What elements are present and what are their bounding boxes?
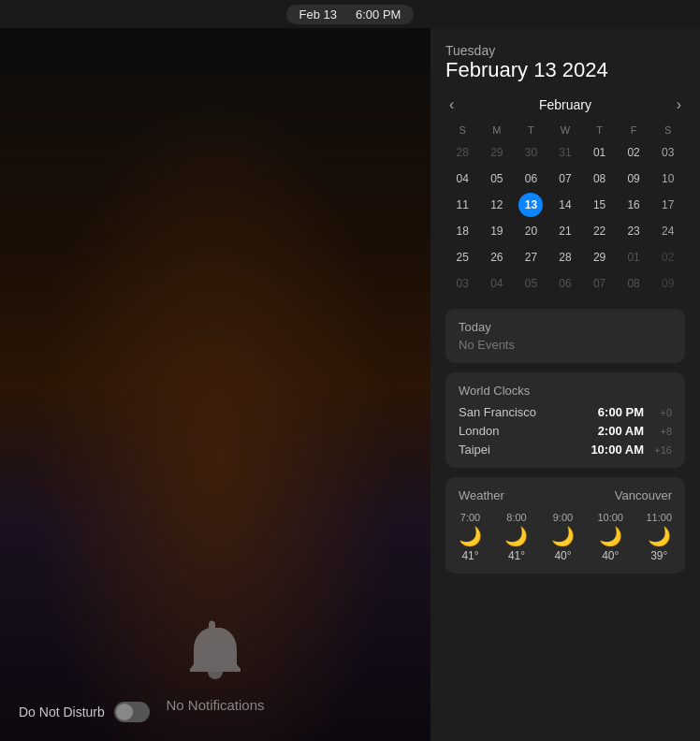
dnd-toggle[interactable]: [114, 702, 150, 722]
notification-content: No Notifications: [166, 620, 264, 713]
calendar-day-cell[interactable]: 18: [450, 219, 474, 243]
calendar-day-cell[interactable]: 08: [621, 271, 646, 296]
weather-header: Weather Vancouver: [459, 488, 672, 502]
calendar-day-cell[interactable]: 27: [518, 245, 543, 269]
calendar-day-cell[interactable]: 09: [621, 167, 646, 191]
calendar-day-cell[interactable]: 10: [656, 167, 680, 191]
calendar-day-cell[interactable]: 17: [656, 193, 680, 217]
weather-section: Weather Vancouver 7:00🌙41°8:00🌙41°9:00🌙4…: [445, 477, 685, 574]
calendar-day-cell[interactable]: 29: [588, 245, 612, 269]
calendar-day-cell[interactable]: 25: [450, 245, 474, 269]
clock-row: San Francisco6:00 PM+0: [459, 405, 672, 419]
calendar-section: ‹ February › S M T W T F S 2829303101020…: [445, 97, 685, 298]
top-bar-pill: Feb 13 6:00 PM: [286, 5, 415, 24]
clock-row: London2:00 AM+8: [459, 424, 672, 438]
day-of-week: Tuesday: [445, 43, 685, 58]
weather-temperature: 41°: [461, 549, 478, 562]
right-panel: Tuesday February 13 2024 ‹ February › S …: [430, 28, 700, 741]
cal-header-fri: F: [617, 122, 651, 138]
calendar-day-cell[interactable]: 02: [621, 140, 646, 165]
calendar-day-cell[interactable]: 14: [553, 193, 577, 217]
calendar-header: ‹ February ›: [445, 97, 685, 112]
calendar-day-cell[interactable]: 22: [588, 219, 612, 243]
calendar-day-cell[interactable]: 11: [450, 193, 474, 217]
calendar-day-cell[interactable]: 04: [450, 167, 474, 191]
cal-header-wed: W: [548, 122, 583, 138]
world-clocks-title: World Clocks: [459, 384, 672, 398]
calendar-day-cell[interactable]: 07: [588, 271, 612, 296]
weather-hour-col: 10:00🌙40°: [597, 512, 623, 562]
calendar-week-6: 03040506070809: [445, 271, 685, 296]
calendar-week-3: 11121314151617: [445, 193, 685, 217]
top-bar: Feb 13 6:00 PM: [0, 0, 700, 28]
calendar-day-cell[interactable]: 28: [450, 140, 474, 165]
clock-time: 6:00 PM: [598, 405, 644, 419]
clock-time: 10:00 AM: [591, 443, 644, 457]
calendar-prev-button[interactable]: ‹: [445, 97, 458, 112]
full-date: February 13 2024: [445, 58, 685, 82]
calendar-day-cell[interactable]: 04: [485, 271, 509, 296]
calendar-day-cell[interactable]: 03: [450, 271, 474, 296]
weather-hour-col: 7:00🌙41°: [459, 512, 482, 562]
clock-offset: +8: [649, 426, 672, 437]
calendar-day-cell[interactable]: 26: [485, 245, 509, 269]
weather-condition-icon: 🌙: [504, 527, 528, 545]
clock-city: London: [459, 424, 598, 438]
weather-hour-time: 11:00: [646, 512, 672, 523]
calendar-week-4: 18192021222324: [445, 219, 685, 243]
weather-condition-icon: 🌙: [648, 527, 671, 545]
calendar-day-cell[interactable]: 03: [656, 140, 680, 165]
calendar-day-cell[interactable]: 20: [518, 219, 543, 243]
calendar-day-cell[interactable]: 06: [553, 271, 577, 296]
calendar-week-1: 28293031010203: [445, 140, 685, 165]
clock-city: San Francisco: [459, 405, 598, 419]
weather-temperature: 40°: [554, 549, 571, 562]
calendar-day-cell[interactable]: 31: [553, 140, 577, 165]
calendar-day-cell[interactable]: 12: [485, 193, 509, 217]
calendar-day-cell[interactable]: 21: [553, 219, 577, 243]
calendar-day-cell[interactable]: 24: [656, 219, 680, 243]
calendar-day-cell[interactable]: 30: [518, 140, 543, 165]
weather-location: Vancouver: [615, 488, 672, 502]
weather-hour-col: 8:00🌙41°: [504, 512, 528, 562]
calendar-day-cell[interactable]: 08: [588, 167, 612, 191]
calendar-day-cell[interactable]: 15: [588, 193, 612, 217]
weather-temperature: 40°: [602, 549, 619, 562]
calendar-week-2: 04050607080910: [445, 167, 685, 191]
calendar-day-cell[interactable]: 05: [518, 271, 543, 296]
calendar-day-cell[interactable]: 07: [553, 167, 577, 191]
clock-row: Taipei10:00 AM+16: [459, 443, 672, 457]
calendar-weeks: 2829303101020304050607080910111213141516…: [445, 140, 685, 296]
calendar-day-cell[interactable]: 06: [518, 167, 543, 191]
no-events-label: No Events: [459, 338, 672, 352]
cal-header-sun: S: [445, 122, 480, 138]
calendar-grid: S M T W T F S 28293031010203040506070809…: [445, 122, 685, 296]
weather-temperature: 41°: [508, 549, 525, 562]
calendar-day-cell[interactable]: 28: [553, 245, 577, 269]
calendar-day-cell[interactable]: 23: [621, 219, 646, 243]
calendar-day-cell[interactable]: 01: [588, 140, 612, 165]
calendar-day-cell[interactable]: 29: [485, 140, 509, 165]
world-clocks-section: World Clocks San Francisco6:00 PM+0Londo…: [445, 372, 685, 468]
calendar-day-cell[interactable]: 09: [656, 271, 680, 296]
calendar-next-button[interactable]: ›: [673, 97, 685, 112]
calendar-day-cell[interactable]: 19: [485, 219, 509, 243]
main-layout: No Notifications Do Not Disturb Tuesday …: [0, 28, 700, 741]
calendar-day-cell[interactable]: 01: [621, 245, 646, 269]
cal-header-mon: M: [480, 122, 515, 138]
calendar-week-5: 25262728290102: [445, 245, 685, 269]
clock-city: Taipei: [459, 443, 591, 457]
weather-hour-col: 11:00🌙39°: [646, 512, 672, 562]
calendar-day-cell[interactable]: 02: [656, 245, 680, 269]
calendar-day-cell[interactable]: 16: [621, 193, 646, 217]
cal-header-thu: T: [582, 122, 617, 138]
calendar-day-cell[interactable]: 13: [518, 193, 543, 217]
no-notifications-label: No Notifications: [166, 697, 264, 713]
clock-time: 2:00 AM: [598, 424, 644, 438]
calendar-day-cell[interactable]: 05: [485, 167, 509, 191]
calendar-day-headers: S M T W T F S: [445, 122, 685, 138]
weather-temperature: 39°: [650, 549, 667, 562]
top-bar-date: Feb 13: [299, 7, 337, 22]
bell-icon: [187, 620, 243, 686]
today-events-section: Today No Events: [445, 309, 685, 363]
